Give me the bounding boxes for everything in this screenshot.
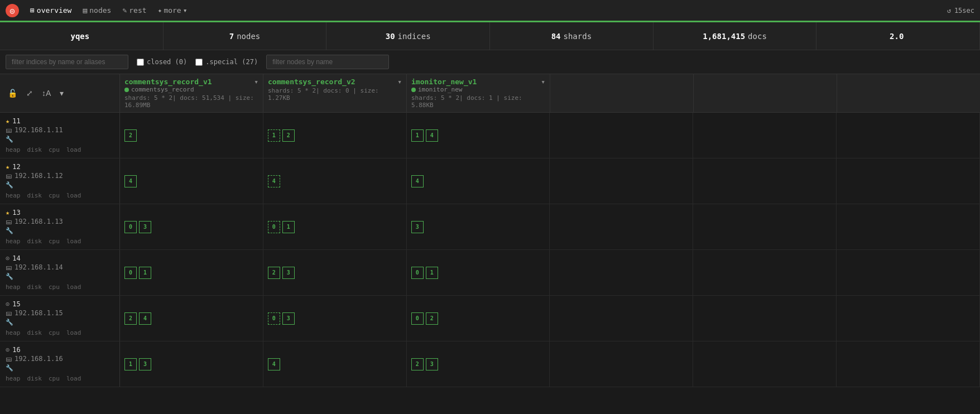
shard-badge-3[interactable]: 3 bbox=[411, 221, 424, 233]
empty-cell-nodenode15-4 bbox=[693, 296, 837, 341]
shard-badge-3[interactable]: 3 bbox=[282, 267, 295, 279]
nav-rest-label: rest bbox=[129, 6, 146, 15]
shard-badge-4[interactable]: 4 bbox=[411, 175, 424, 187]
index-col-empty-2 bbox=[694, 74, 837, 112]
closed-checkbox[interactable] bbox=[137, 59, 144, 66]
special-checkbox-label[interactable]: .special (27) bbox=[195, 58, 258, 66]
shard-badge-3[interactable]: 3 bbox=[139, 358, 151, 370]
node-name-row-node15: ⊙15 bbox=[6, 300, 114, 308]
node-metrics-node15: heapdiskcpuload bbox=[6, 329, 114, 336]
stat-nodes: 7 nodes bbox=[164, 22, 327, 50]
node-name-row-node16: ⊙16 bbox=[6, 346, 114, 354]
shard-badge-1[interactable]: 1 bbox=[139, 267, 151, 279]
shard-cell-nodenode11-idx1: 12 bbox=[263, 113, 407, 158]
shard-badge-0[interactable]: 0 bbox=[268, 221, 280, 233]
node-metrics-node16: heapdiskcpuload bbox=[6, 375, 114, 382]
shard-badge-0[interactable]: 0 bbox=[124, 267, 137, 279]
shard-cell-nodenode13-idx2: 3 bbox=[407, 204, 550, 249]
sort-button[interactable]: ↕A bbox=[40, 88, 53, 99]
metric-load-node14: load bbox=[66, 283, 81, 291]
node-wrench-row-node11: 🔧 bbox=[6, 135, 114, 143]
index-dropdown-commentsys-v1[interactable]: ▾ bbox=[254, 78, 258, 86]
shard-cell-nodenode13-idx0: 03 bbox=[120, 204, 263, 249]
metric-load-node16: load bbox=[66, 375, 81, 382]
nav-nodes[interactable]: ▤ nodes bbox=[83, 6, 111, 15]
stats-bar: yqes 7 nodes 30 indices 84 shards 1,681,… bbox=[0, 22, 980, 50]
shard-badge-0[interactable]: 0 bbox=[411, 312, 424, 325]
shard-badge-1[interactable]: 1 bbox=[268, 129, 280, 142]
shard-badge-2[interactable]: 2 bbox=[124, 312, 137, 325]
expand-button[interactable]: ⤢ bbox=[24, 88, 35, 99]
navbar-right: ↺ 15sec bbox=[947, 7, 974, 15]
shard-badge-4[interactable]: 4 bbox=[139, 312, 151, 325]
node-cell-node11: ★11🖴192.168.1.11🔧heapdiskcpuload bbox=[0, 113, 120, 158]
shard-badge-0[interactable]: 0 bbox=[411, 267, 424, 279]
empty-cell-nodenode11-3 bbox=[550, 113, 693, 158]
index-dropdown-imonitor-v1[interactable]: ▾ bbox=[541, 78, 545, 86]
metric-cpu-node13: cpu bbox=[49, 238, 60, 245]
shard-badge-2[interactable]: 2 bbox=[411, 358, 424, 370]
shard-cell-nodenode11-idx2: 14 bbox=[407, 113, 550, 158]
stat-size: 2.0 bbox=[816, 22, 980, 50]
metric-cpu-node11: cpu bbox=[49, 146, 60, 153]
hdd-icon-node11: 🖴 bbox=[6, 127, 12, 134]
metric-load-node12: load bbox=[66, 192, 81, 199]
shard-badge-2[interactable]: 2 bbox=[282, 129, 295, 142]
node-ip-node15: 192.168.1.15 bbox=[15, 309, 63, 317]
shard-badge-2[interactable]: 2 bbox=[426, 312, 438, 325]
hdd-icon-node14: 🖴 bbox=[6, 264, 12, 271]
shard-badge-0[interactable]: 0 bbox=[124, 221, 137, 233]
closed-checkbox-label[interactable]: closed (0) bbox=[137, 58, 187, 66]
node-name-row-node11: ★11 bbox=[6, 117, 114, 125]
special-checkbox[interactable] bbox=[195, 59, 203, 66]
index-stats-imonitor-v1: shards: 5 * 2| docs: 1 | size: 5.88KB bbox=[411, 94, 545, 109]
shard-badge-3[interactable]: 3 bbox=[426, 358, 438, 370]
metric-disk-node14: disk bbox=[27, 283, 42, 291]
refresh-icon[interactable]: ↺ bbox=[947, 7, 951, 15]
shard-badge-1[interactable]: 1 bbox=[411, 129, 424, 142]
nav-overview[interactable]: ⊞ overview bbox=[30, 6, 71, 15]
node-row-node15: ⊙15🖴192.168.1.15🔧heapdiskcpuload240302 bbox=[0, 296, 980, 341]
nav-more[interactable]: ✦ more ▾ bbox=[158, 6, 188, 15]
node-ip-node14: 192.168.1.14 bbox=[15, 263, 63, 271]
metric-heap-node13: heap bbox=[6, 238, 21, 245]
shard-cell-nodenode14-idx1: 23 bbox=[263, 250, 407, 295]
special-label: .special (27) bbox=[205, 58, 258, 66]
metric-heap-node15: heap bbox=[6, 329, 21, 336]
shard-badge-4[interactable]: 4 bbox=[268, 358, 280, 370]
index-name-commentsys-v1: commentsys_record_v1 ▾ bbox=[124, 78, 258, 86]
shard-badge-3[interactable]: 3 bbox=[282, 312, 295, 325]
shard-badge-2[interactable]: 2 bbox=[268, 267, 280, 279]
metric-disk-node15: disk bbox=[27, 329, 42, 336]
node-cell-node15: ⊙15🖴192.168.1.15🔧heapdiskcpuload bbox=[0, 296, 120, 341]
shard-badge-3[interactable]: 3 bbox=[139, 221, 151, 233]
shard-badge-1[interactable]: 1 bbox=[426, 267, 438, 279]
node-ip-row-node11: 🖴192.168.1.11 bbox=[6, 126, 114, 134]
shard-cell-nodenode15-idx1: 03 bbox=[263, 296, 407, 341]
shard-badge-4[interactable]: 4 bbox=[268, 175, 280, 187]
shard-badge-1[interactable]: 1 bbox=[124, 358, 137, 370]
metric-heap-node16: heap bbox=[6, 375, 21, 382]
shard-badge-1[interactable]: 1 bbox=[282, 221, 295, 233]
disk-icon-node14: ⊙ bbox=[6, 254, 9, 262]
empty-cell-nodenode12-5 bbox=[837, 158, 980, 204]
shard-badge-0[interactable]: 0 bbox=[268, 312, 280, 325]
shard-badge-4[interactable]: 4 bbox=[124, 175, 137, 187]
filter-nodes-input[interactable] bbox=[266, 55, 389, 69]
shard-badge-2[interactable]: 2 bbox=[124, 129, 137, 142]
nav-rest[interactable]: ✎ rest bbox=[122, 6, 146, 15]
indices-label: indices bbox=[398, 32, 431, 41]
index-dropdown-commentsys-v2[interactable]: ▾ bbox=[397, 78, 402, 86]
chevron-button[interactable]: ▾ bbox=[57, 88, 66, 99]
node-wrench-row-node13: 🔧 bbox=[6, 227, 114, 234]
node-column-controls: 🔓 ⤢ ↕A ▾ bbox=[0, 74, 120, 112]
node-ip-row-node15: 🖴192.168.1.15 bbox=[6, 309, 114, 317]
more-icon: ✦ bbox=[158, 6, 162, 15]
index-col-empty-3 bbox=[837, 74, 980, 112]
shard-badge-4[interactable]: 4 bbox=[426, 129, 438, 142]
filter-indices-input[interactable] bbox=[6, 55, 128, 69]
empty-cell-nodenode14-4 bbox=[693, 250, 837, 295]
nodes-label: nodes bbox=[237, 32, 260, 41]
shard-cell-nodenode12-idx1: 4 bbox=[263, 158, 407, 204]
lock-toggle-button[interactable]: 🔓 bbox=[6, 88, 20, 99]
